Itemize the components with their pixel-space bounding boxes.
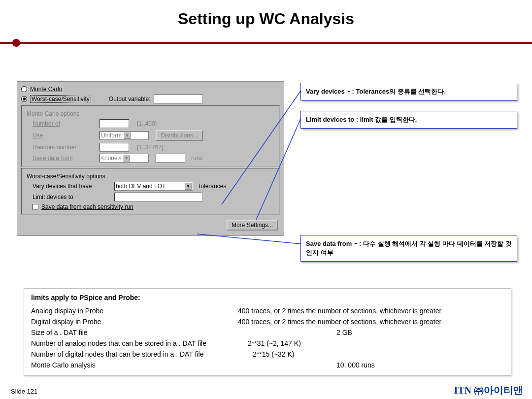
- savefrom-dropdown: <none>▼: [100, 154, 149, 163]
- random-hint: [1..32767]: [137, 144, 163, 151]
- limit-row-label: Digital display in Probe: [31, 318, 238, 326]
- limit-row-label: Analog display in Probe: [31, 307, 238, 315]
- title-underline: [0, 42, 532, 44]
- runs-label: runs: [191, 155, 202, 162]
- radio-worst-case[interactable]: [21, 96, 27, 102]
- chevron-down-icon: ▼: [124, 132, 131, 139]
- limit-row-value: 400 traces, or 2 times the number of sec…: [238, 318, 441, 326]
- limit-row-value: 10, 000 runs: [336, 361, 375, 369]
- callout-save-data: Save data from ~ : 다수 실행 해석에서 각 실행 마다 데이…: [300, 235, 517, 262]
- save-data-checkbox[interactable]: [33, 204, 38, 210]
- limit-row-value: 2**31 (~2, 147 K): [248, 339, 301, 347]
- output-variable-input[interactable]: [154, 95, 203, 103]
- savefrom-label: Save data from: [33, 155, 97, 162]
- output-variable-label: Output variable:: [109, 96, 151, 102]
- tolerances-label: tolerances: [199, 183, 226, 190]
- chevron-down-icon[interactable]: ▼: [185, 183, 192, 190]
- limit-devices-label: Limit devices to: [33, 194, 111, 200]
- vary-devices-label: Vary devices that have: [33, 183, 111, 190]
- radio-monte-carlo-label: Monte Carlo: [30, 86, 62, 93]
- limit-row-label: Number of analog nodes that can be store…: [31, 339, 238, 347]
- title-bullet: [12, 39, 20, 47]
- callout-limit-devices: Limit devices to : limit 값을 입력한다.: [300, 111, 517, 129]
- numof-hint: [1..400]: [137, 120, 157, 127]
- mc-group-label: Monte Carlo options: [22, 110, 279, 117]
- random-label: Random number: [33, 144, 97, 151]
- analysis-dialog: Monte Carlo Worst-case/Sensitivity Outpu…: [17, 81, 284, 236]
- numof-input: [100, 119, 129, 128]
- radio-monte-carlo[interactable]: [21, 86, 27, 92]
- brand-logo: ITN ㈜아이티앤: [454, 384, 523, 397]
- callout-vary-devices: Vary devices ~ : Tolerances의 종류를 선택한다.: [300, 83, 517, 100]
- limits-header: limits apply to PSpice and Probe:: [31, 294, 504, 301]
- limit-devices-input[interactable]: [114, 193, 203, 201]
- wc-group-label: Worst-case/Sensitivity options: [22, 173, 279, 180]
- slide-number: Slide 121: [11, 388, 37, 395]
- use-label: Use: [33, 132, 97, 139]
- chevron-down-icon: ▼: [123, 155, 130, 162]
- limit-row-value: 400 traces, or 2 times the number of sec…: [238, 307, 441, 315]
- distributions-button: Distributions...: [156, 130, 203, 141]
- savefrom-runs-input: [156, 154, 185, 163]
- limit-row-label: Monte Carlo analysis: [31, 361, 238, 369]
- save-data-check-label: Save data from each sensitivity run: [41, 203, 133, 210]
- limit-row-value: 2**15 (~32 K): [253, 350, 294, 358]
- wc-options-group: Worst-case/Sensitivity options Vary devi…: [21, 168, 280, 215]
- page-title: Setting up WC Analysis: [0, 10, 532, 28]
- more-settings-button[interactable]: More Settings...: [227, 220, 278, 231]
- random-input: [100, 143, 129, 152]
- limit-row-label: Size of a . DAT file: [31, 329, 238, 336]
- monte-carlo-options-group: Monte Carlo options Number of [1..400] U…: [21, 105, 280, 167]
- limit-row-label: Number of digital nodes that can be stor…: [31, 350, 238, 358]
- limits-info-panel: limits apply to PSpice and Probe: Analog…: [24, 288, 511, 376]
- limit-row-value: 2 GB: [336, 329, 352, 336]
- numof-label: Number of: [33, 120, 97, 127]
- radio-worst-case-label: Worst-case/Sensitivity: [30, 95, 91, 103]
- use-dropdown: Uniform▼: [100, 131, 149, 140]
- vary-devices-dropdown[interactable]: both DEV and LOT▼: [114, 182, 193, 191]
